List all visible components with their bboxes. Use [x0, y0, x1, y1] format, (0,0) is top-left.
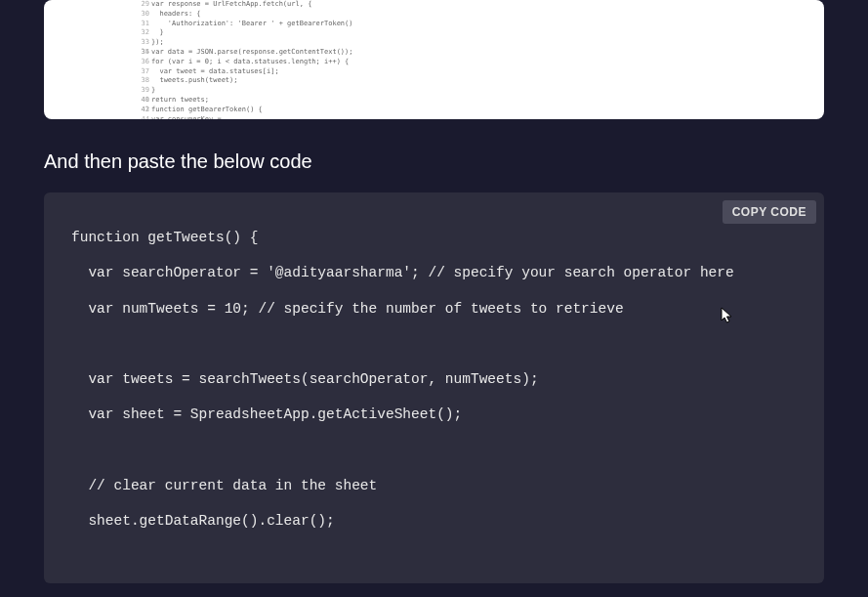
editor-line-text: var response = UrlFetchApp.fetch(url, {: [151, 0, 311, 8]
editor-line-text: tweets.push(tweet);: [151, 76, 238, 84]
line-number: 33: [136, 38, 149, 48]
editor-line: 44var consumerKey =: [151, 115, 805, 119]
line-number: 44: [136, 115, 149, 119]
editor-line-text: headers: {: [151, 10, 201, 18]
editor-line: 31 'Authorization': 'Bearer ' + getBeare…: [151, 20, 805, 29]
line-number: 30: [136, 10, 149, 20]
screenshot-image-container: 29var response = UrlFetchApp.fetch(url, …: [44, 0, 824, 119]
line-number: 41: [136, 96, 149, 106]
editor-line: 43function getBearerToken() {: [151, 106, 805, 115]
editor-line: 38 tweets.push(tweet);: [151, 76, 805, 86]
editor-lines-group: 29var response = UrlFetchApp.fetch(url, …: [151, 0, 805, 119]
editor-line-text: return tweets;: [151, 96, 209, 104]
editor-line-text: 'Authorization': 'Bearer ' + getBearerTo…: [151, 20, 353, 27]
line-number: 37: [136, 67, 149, 77]
copy-code-button[interactable]: COPY CODE: [723, 200, 816, 224]
line-number: 38: [136, 76, 149, 86]
line-number: 43: [136, 106, 149, 115]
editor-line-text: var consumerKey =: [151, 115, 222, 119]
editor-line: 36for (var i = 0; i < data.statuses.leng…: [151, 58, 805, 67]
code-block-container: COPY CODE function getTweets() { var sea…: [44, 192, 824, 583]
editor-line: 41return tweets;: [151, 96, 805, 106]
editor-line: 33});: [151, 38, 805, 48]
editor-line-text: });: [151, 38, 164, 46]
editor-line-text: }: [151, 86, 155, 94]
editor-line: 39}: [151, 86, 805, 96]
editor-line-text: for (var i = 0; i < data.statuses.length…: [151, 58, 349, 65]
line-number: 35: [136, 48, 149, 58]
line-number: 39: [136, 86, 149, 96]
line-number: 29: [136, 0, 149, 10]
line-number: 32: [136, 28, 149, 38]
editor-line: 29var response = UrlFetchApp.fetch(url, …: [151, 0, 805, 10]
line-number: 36: [136, 58, 149, 67]
code-content: function getTweets() { var searchOperato…: [71, 220, 797, 538]
editor-line: 30 headers: {: [151, 10, 805, 20]
editor-line: 37 var tweet = data.statuses[i];: [151, 67, 805, 77]
editor-line-text: var data = JSON.parse(response.getConten…: [151, 48, 353, 56]
editor-line-text: function getBearerToken() {: [151, 106, 263, 113]
editor-line: 32 }: [151, 28, 805, 38]
line-number: 31: [136, 20, 149, 29]
section-heading: And then paste the below code: [44, 150, 824, 173]
editor-line: 35var data = JSON.parse(response.getCont…: [151, 48, 805, 58]
editor-line-text: var tweet = data.statuses[i];: [151, 67, 279, 75]
editor-line-text: }: [151, 28, 164, 36]
code-editor-mockup: 29var response = UrlFetchApp.fetch(url, …: [151, 0, 805, 119]
